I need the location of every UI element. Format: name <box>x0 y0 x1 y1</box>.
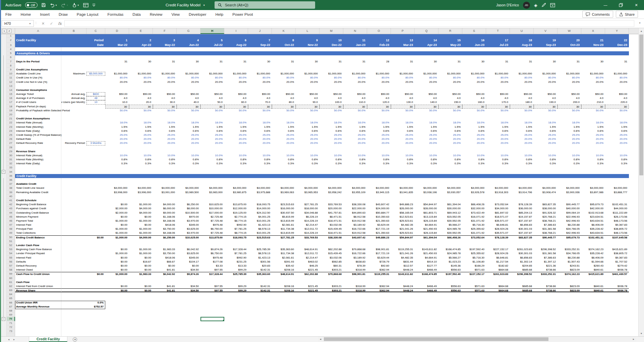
cell[interactable] <box>486 170 510 174</box>
cell[interactable]: $9,874.26 <box>177 272 200 276</box>
cell[interactable]: $374,162.23 <box>558 272 581 276</box>
cell[interactable]: $142.31 <box>248 284 272 288</box>
cell[interactable]: 31 <box>224 60 248 64</box>
cell[interactable] <box>61 88 86 92</box>
cell[interactable]: $1,000,000 <box>105 72 129 76</box>
cell[interactable]: $98,901.81 <box>367 247 391 251</box>
cell[interactable] <box>581 321 605 325</box>
cell[interactable] <box>153 321 177 325</box>
cell[interactable] <box>86 280 105 284</box>
cell[interactable] <box>129 47 153 51</box>
cell[interactable]: 0.3% <box>224 162 248 166</box>
cell[interactable]: 25.0% <box>438 133 462 137</box>
cell[interactable]: 20.0% <box>510 137 534 141</box>
horizontal-scroll-thumb[interactable] <box>324 337 548 341</box>
cell[interactable]: $664.68 <box>486 268 510 272</box>
cell[interactable] <box>248 301 272 305</box>
cell[interactable]: $31,381.58 <box>534 227 558 231</box>
cell[interactable] <box>15 276 61 280</box>
cell[interactable]: $638.83 <box>343 260 367 264</box>
cell[interactable]: $49,886.23 <box>391 203 415 207</box>
cell[interactable] <box>177 88 200 92</box>
cell[interactable] <box>61 239 86 243</box>
cell[interactable] <box>129 166 153 170</box>
cell[interactable]: Lender Principal Repaid <box>15 251 61 255</box>
cell[interactable] <box>177 317 200 321</box>
cell[interactable] <box>61 47 86 51</box>
cell[interactable]: 2 <box>129 38 153 43</box>
cell[interactable] <box>534 55 558 59</box>
cell[interactable]: 1.5% <box>343 125 367 129</box>
cell[interactable]: $664.68 <box>486 288 510 292</box>
cell[interactable]: 50.0% <box>343 109 367 113</box>
cell[interactable] <box>86 68 105 72</box>
row-header[interactable]: 51 <box>7 239 15 243</box>
cell[interactable] <box>486 182 510 186</box>
cell[interactable] <box>86 129 105 133</box>
cell[interactable]: $50,884.77 <box>367 211 391 215</box>
cell[interactable]: $296,398.52 <box>510 272 534 276</box>
cell[interactable] <box>248 88 272 92</box>
cell[interactable]: $50.00 <box>105 92 129 96</box>
cell[interactable]: $9,367.83 <box>605 223 629 227</box>
cell[interactable]: $50.00 <box>272 92 296 96</box>
cell[interactable] <box>61 43 86 47</box>
cell[interactable] <box>105 325 129 329</box>
cell[interactable] <box>486 317 510 321</box>
cell[interactable]: $127.77 <box>415 264 438 268</box>
cell[interactable]: $823.09 <box>558 268 581 272</box>
cell[interactable] <box>15 170 61 174</box>
cell[interactable] <box>248 296 272 300</box>
cell[interactable] <box>486 296 510 300</box>
cell[interactable] <box>367 117 391 121</box>
cell[interactable] <box>86 215 105 219</box>
cell[interactable] <box>105 301 129 305</box>
cell[interactable] <box>105 194 129 198</box>
cell[interactable]: 1.5% <box>105 125 129 129</box>
cell[interactable]: $25,355.62 <box>462 251 486 255</box>
cell[interactable]: Jun-22 <box>177 43 200 47</box>
cell[interactable] <box>86 109 105 113</box>
cell[interactable] <box>415 301 438 305</box>
cell[interactable] <box>129 64 153 68</box>
cell[interactable] <box>605 182 629 186</box>
cell[interactable] <box>177 64 200 68</box>
cell[interactable] <box>605 301 629 305</box>
cell[interactable] <box>224 305 248 309</box>
cell[interactable]: $13,875.00 <box>200 235 224 239</box>
comments-button[interactable]: Comments <box>582 11 613 18</box>
cell[interactable]: 25.0% <box>319 133 343 137</box>
cell[interactable] <box>129 296 153 300</box>
cell[interactable] <box>534 166 558 170</box>
cell[interactable]: 4.0 <box>224 96 248 100</box>
cell[interactable]: 20.0% <box>319 80 343 84</box>
cell[interactable]: Recovery Period: <box>61 141 86 145</box>
cell[interactable] <box>343 178 367 182</box>
cell[interactable] <box>272 296 296 300</box>
cell[interactable]: 4.0 <box>415 96 438 100</box>
cell[interactable] <box>248 150 272 154</box>
cell[interactable] <box>558 333 581 336</box>
cell[interactable] <box>61 276 86 280</box>
cell[interactable]: 160.0 <box>462 100 486 104</box>
cell[interactable] <box>462 333 486 336</box>
scroll-left-icon[interactable]: ◄ <box>318 338 323 340</box>
cell[interactable]: 0.3% <box>296 162 319 166</box>
cell[interactable]: $3,941,835 <box>391 190 415 194</box>
save-button[interactable] <box>41 2 46 8</box>
cell[interactable] <box>272 325 296 329</box>
cell[interactable] <box>129 276 153 280</box>
cell[interactable]: 0.8% <box>415 158 438 162</box>
cell[interactable] <box>367 84 391 88</box>
cell[interactable] <box>15 166 61 170</box>
row-header[interactable] <box>7 333 15 336</box>
cell[interactable]: 18.0% <box>319 121 343 125</box>
cell[interactable]: $840.61 <box>581 284 605 288</box>
cell[interactable] <box>510 309 534 313</box>
row-header[interactable]: 37 <box>7 182 15 186</box>
cell[interactable] <box>272 329 296 333</box>
cell[interactable]: $91,526.32 <box>534 211 558 215</box>
cell[interactable] <box>558 47 581 51</box>
cell[interactable]: 10 <box>86 100 105 104</box>
cell[interactable] <box>415 333 438 336</box>
